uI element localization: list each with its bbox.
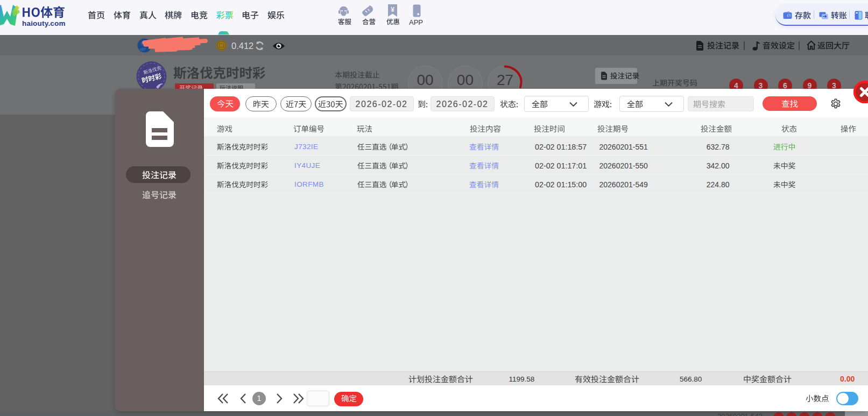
svg-text:¥: ¥	[391, 6, 394, 13]
svg-text:$: $	[788, 14, 790, 18]
